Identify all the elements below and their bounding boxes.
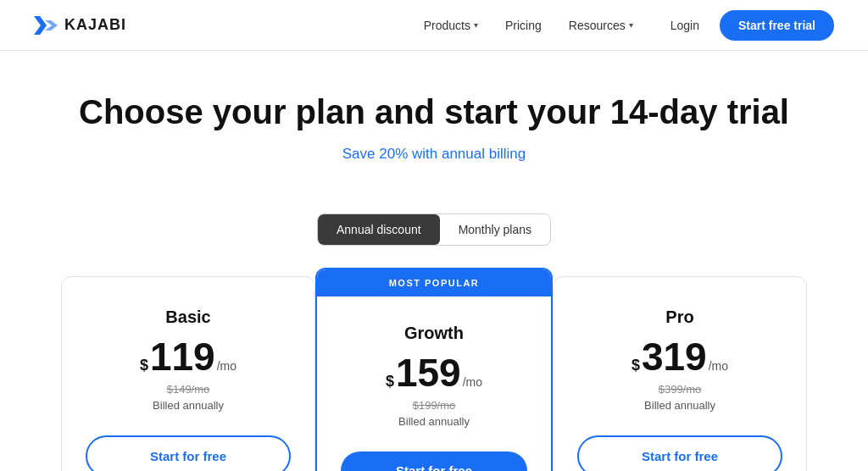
basic-price-dollar: $ <box>140 357 148 374</box>
pro-price-dollar: $ <box>632 357 640 374</box>
basic-billing-note: Billed annually <box>153 399 224 412</box>
billing-toggle-group: Annual discount Monthly plans <box>317 213 551 246</box>
nav-resources[interactable]: Resources ▾ <box>559 12 643 39</box>
start-free-trial-button[interactable]: Start free trial <box>720 10 834 41</box>
basic-plan-card: Basic $ 119 /mo $149/mo Billed annually … <box>61 276 315 471</box>
popular-banner: MOST POPULAR <box>317 269 551 296</box>
hero-title: Choose your plan and start your 14-day t… <box>17 91 851 132</box>
pro-price-amount: 319 <box>642 337 707 376</box>
hero-section: Choose your plan and start your 14-day t… <box>0 51 868 190</box>
navbar: KAJABI Products ▾ Pricing Resources ▾ Lo… <box>0 0 868 51</box>
pro-start-button[interactable]: Start for free <box>577 435 782 471</box>
growth-plan-card: MOST POPULAR Growth $ 159 /mo $199/mo Bi… <box>315 268 553 471</box>
pro-plan-name: Pro <box>665 308 693 327</box>
growth-price-row: $ 159 /mo <box>386 353 482 392</box>
hero-subtitle: Save 20% with annual billing <box>17 146 851 163</box>
growth-billing-note: Billed annually <box>398 415 470 428</box>
growth-price-amount: 159 <box>396 353 461 392</box>
logo[interactable]: KAJABI <box>34 16 126 35</box>
pricing-cards-container: Basic $ 119 /mo $149/mo Billed annually … <box>27 276 841 471</box>
nav-products[interactable]: Products ▾ <box>414 12 488 39</box>
billing-toggle-area: Annual discount Monthly plans <box>0 213 868 246</box>
annual-discount-button[interactable]: Annual discount <box>318 214 440 245</box>
products-chevron-icon: ▾ <box>474 20 478 30</box>
pro-billing-note: Billed annually <box>644 399 715 412</box>
resources-chevron-icon: ▾ <box>629 20 633 30</box>
basic-plan-name: Basic <box>165 308 210 327</box>
kajabi-logo-icon <box>34 16 58 35</box>
login-link[interactable]: Login <box>657 12 713 39</box>
basic-price-amount: 119 <box>150 337 215 376</box>
pro-price-period: /mo <box>709 359 728 373</box>
basic-price-period: /mo <box>217 359 236 373</box>
pro-plan-card: Pro $ 319 /mo $399/mo Billed annually St… <box>553 276 807 471</box>
basic-price-row: $ 119 /mo <box>140 337 236 376</box>
growth-price-period: /mo <box>463 375 482 389</box>
pro-price-row: $ 319 /mo <box>632 337 728 376</box>
basic-original-price: $149/mo <box>167 383 210 396</box>
growth-plan-name: Growth <box>404 324 464 343</box>
growth-price-dollar: $ <box>386 373 394 391</box>
monthly-plans-button[interactable]: Monthly plans <box>440 214 550 245</box>
nav-pricing[interactable]: Pricing <box>495 12 552 39</box>
basic-start-button[interactable]: Start for free <box>86 435 291 471</box>
growth-start-button[interactable]: Start for free <box>341 452 527 471</box>
nav-links: Products ▾ Pricing Resources ▾ <box>414 12 643 39</box>
logo-text: KAJABI <box>64 16 126 34</box>
pro-original-price: $399/mo <box>659 383 702 396</box>
growth-card-inner: Growth $ 159 /mo $199/mo Billed annually… <box>317 296 551 471</box>
growth-original-price: $199/mo <box>413 399 456 412</box>
